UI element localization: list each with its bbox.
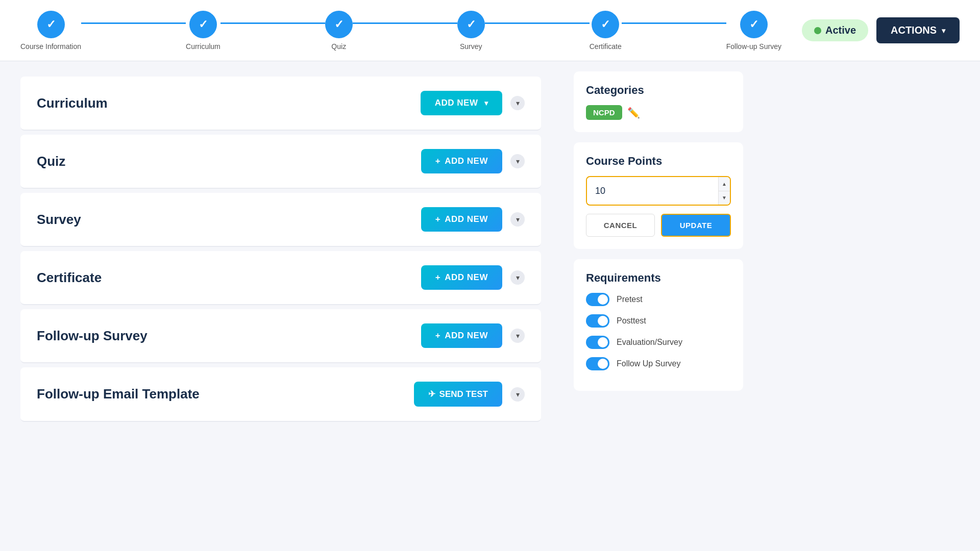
edit-category-icon[interactable]: ✏️	[627, 107, 640, 119]
requirements-title: Requirements	[586, 271, 731, 285]
main-layout: Curriculum ADD NEW ▾ ▾ Quiz + ADD NEW	[0, 61, 980, 441]
posttest-label: Posttest	[617, 316, 646, 325]
collapse-followup-email-button[interactable]: ▾	[510, 387, 525, 402]
step-label-curriculum: Curriculum	[186, 42, 220, 51]
top-bar-actions: Active ACTIONS ▾	[802, 17, 960, 43]
follow-up-survey-label: Follow Up Survey	[617, 359, 680, 368]
step-label-quiz: Quiz	[331, 42, 346, 51]
send-test-label: SEND TEST	[439, 389, 488, 399]
section-row-quiz: Quiz + ADD NEW ▾	[20, 135, 541, 189]
actions-label: ACTIONS	[891, 24, 937, 36]
step-line-2	[220, 22, 325, 24]
course-points-input-wrap: ▲ ▼	[586, 176, 731, 206]
add-new-survey-label: ADD NEW	[445, 214, 488, 224]
add-new-followup-survey-button[interactable]: + ADD NEW	[421, 323, 502, 348]
section-title-certificate: Certificate	[37, 270, 102, 286]
chevron-down-icon: ▾	[516, 332, 520, 340]
collapse-survey-button[interactable]: ▾	[510, 212, 525, 227]
requirement-item-follow-up-survey: Follow Up Survey	[586, 357, 731, 370]
pretest-label: Pretest	[617, 295, 643, 304]
actions-button[interactable]: ACTIONS ▾	[876, 17, 960, 43]
section-title-quiz: Quiz	[37, 154, 65, 169]
course-points-title: Course Points	[586, 155, 731, 168]
step-circle-curriculum: ✓	[189, 11, 217, 38]
collapse-quiz-button[interactable]: ▾	[510, 154, 525, 168]
step-circle-course-information: ✓	[37, 11, 65, 38]
requirement-item-posttest: Posttest	[586, 314, 731, 328]
section-row-followup-email: Follow-up Email Template ✈ SEND TEST ▾	[20, 367, 541, 422]
section-row-curriculum: Curriculum ADD NEW ▾ ▾	[20, 77, 541, 131]
section-actions-followup-survey: + ADD NEW ▾	[421, 323, 525, 348]
requirements-card: Requirements Pretest Posttest Evaluation…	[574, 259, 743, 391]
section-title-followup-email: Follow-up Email Template	[37, 386, 200, 402]
step-survey[interactable]: ✓ Survey	[457, 11, 485, 51]
section-actions-quiz: + ADD NEW ▾	[421, 149, 525, 173]
chevron-down-icon: ▾	[516, 157, 520, 165]
step-line-4	[485, 22, 590, 24]
step-line-1	[81, 22, 186, 24]
left-content: Curriculum ADD NEW ▾ ▾ Quiz + ADD NEW	[0, 61, 561, 441]
section-row-certificate: Certificate + ADD NEW ▾	[20, 251, 541, 305]
add-new-survey-button[interactable]: + ADD NEW	[421, 207, 502, 232]
collapse-certificate-button[interactable]: ▾	[510, 270, 525, 285]
stepper: ✓ Course Information ✓ Curriculum ✓ Quiz…	[20, 11, 781, 51]
step-curriculum[interactable]: ✓ Curriculum	[186, 11, 220, 51]
step-certificate[interactable]: ✓ Certificate	[590, 11, 622, 51]
update-button[interactable]: UPDATE	[661, 214, 731, 237]
chevron-down-icon: ▾	[516, 273, 520, 282]
chevron-down-icon: ▾	[516, 215, 520, 223]
dropdown-arrow-icon: ▾	[484, 99, 488, 107]
step-label-survey: Survey	[460, 42, 482, 51]
section-row-survey: Survey + ADD NEW ▾	[20, 193, 541, 247]
step-line-5	[622, 22, 726, 24]
add-new-curriculum-button[interactable]: ADD NEW ▾	[421, 91, 502, 115]
follow-up-survey-toggle[interactable]	[586, 357, 609, 370]
step-circle-survey: ✓	[457, 11, 485, 38]
cancel-button[interactable]: CANCEL	[586, 214, 655, 237]
add-new-certificate-button[interactable]: + ADD NEW	[421, 265, 502, 290]
section-title-survey: Survey	[37, 212, 81, 228]
section-title-curriculum: Curriculum	[37, 95, 108, 111]
points-actions: CANCEL UPDATE	[586, 214, 731, 237]
collapse-followup-survey-button[interactable]: ▾	[510, 329, 525, 343]
step-followup-survey[interactable]: ✓ Follow-up Survey	[726, 11, 781, 51]
send-icon: ✈	[428, 389, 435, 399]
add-new-quiz-button[interactable]: + ADD NEW	[421, 149, 502, 173]
section-actions-survey: + ADD NEW ▾	[421, 207, 525, 232]
chevron-down-icon: ▾	[942, 27, 945, 35]
evaluation-survey-toggle[interactable]	[586, 336, 609, 349]
section-title-followup-survey: Follow-up Survey	[37, 328, 148, 344]
top-bar: ✓ Course Information ✓ Curriculum ✓ Quiz…	[0, 0, 980, 61]
spinner-down-button[interactable]: ▼	[719, 191, 730, 205]
step-course-information[interactable]: ✓ Course Information	[20, 11, 81, 51]
add-new-certificate-label: ADD NEW	[445, 272, 488, 283]
categories-card: Categories NCPD ✏️	[574, 71, 743, 132]
add-new-followup-survey-label: ADD NEW	[445, 331, 488, 341]
send-test-button[interactable]: ✈ SEND TEST	[414, 382, 502, 407]
step-circle-quiz: ✓	[325, 11, 353, 38]
active-label: Active	[825, 24, 856, 36]
plus-icon: +	[435, 156, 440, 166]
collapse-curriculum-button[interactable]: ▾	[510, 96, 525, 110]
section-actions-certificate: + ADD NEW ▾	[421, 265, 525, 290]
chevron-down-icon: ▾	[516, 99, 520, 107]
course-points-card: Course Points ▲ ▼ CANCEL UPDATE	[574, 142, 743, 249]
step-quiz[interactable]: ✓ Quiz	[325, 11, 353, 51]
step-circle-followup-survey: ✓	[740, 11, 768, 38]
course-points-spinner: ▲ ▼	[718, 177, 730, 205]
section-row-followup-survey: Follow-up Survey + ADD NEW ▾	[20, 309, 541, 363]
course-points-input[interactable]	[587, 179, 718, 204]
section-actions-followup-email: ✈ SEND TEST ▾	[414, 382, 525, 407]
posttest-toggle[interactable]	[586, 314, 609, 328]
active-dot-icon	[814, 27, 821, 34]
pretest-toggle[interactable]	[586, 293, 609, 306]
chevron-down-icon: ▾	[516, 390, 520, 398]
step-line-3	[353, 22, 457, 24]
category-badge-ncpd: NCPD	[586, 105, 622, 120]
spinner-up-button[interactable]: ▲	[719, 177, 730, 191]
evaluation-survey-label: Evaluation/Survey	[617, 338, 682, 347]
active-status-button[interactable]: Active	[802, 19, 868, 41]
plus-icon: +	[435, 331, 440, 341]
plus-icon: +	[435, 272, 440, 283]
section-actions-curriculum: ADD NEW ▾ ▾	[421, 91, 525, 115]
